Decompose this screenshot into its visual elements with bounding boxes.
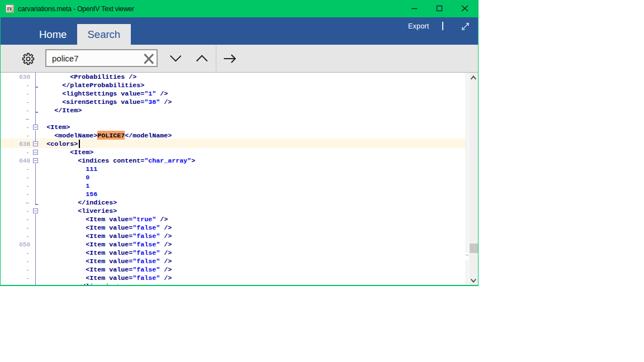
- svg-text:IV: IV: [7, 6, 13, 12]
